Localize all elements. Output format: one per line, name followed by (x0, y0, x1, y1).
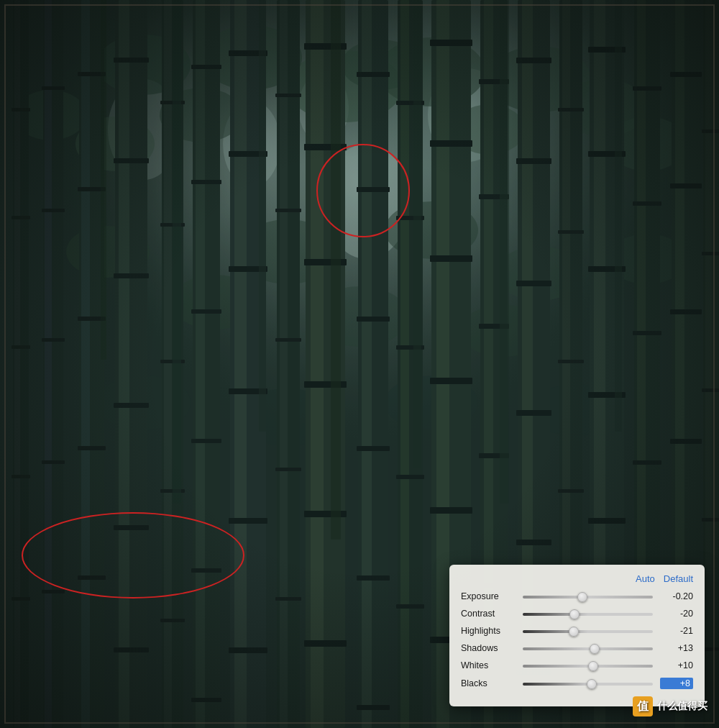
slider-label-exposure: Exposure (461, 591, 518, 601)
watermark-logo: 值 (633, 696, 653, 716)
main-container: Auto Default Exposure-0.20Contrast-20Hig… (0, 0, 719, 728)
slider-track-shadows (523, 647, 653, 650)
slider-thumb-whites[interactable] (588, 661, 598, 671)
slider-row-highlights: Highlights-21 (461, 626, 693, 636)
slider-label-whites: Whites (461, 660, 518, 670)
slider-value-blacks[interactable]: +8 (660, 678, 693, 689)
sliders-container: Exposure-0.20Contrast-20Highlights-21Sha… (461, 591, 693, 696)
slider-track-container-contrast[interactable] (523, 611, 653, 616)
slider-value-shadows: +13 (660, 643, 693, 653)
slider-track-contrast (523, 613, 653, 616)
slider-row-exposure: Exposure-0.20 (461, 591, 693, 601)
slider-track-container-exposure[interactable] (523, 594, 653, 599)
watermark: 值 什么值得买 (633, 696, 707, 716)
slider-value-exposure: -0.20 (660, 591, 693, 601)
slider-track-blacks (523, 683, 653, 686)
slider-value-contrast: -20 (660, 609, 693, 619)
slider-value-highlights: -21 (660, 626, 693, 636)
panel-header: Auto Default (461, 573, 693, 584)
slider-row-whites: Whites+10 (461, 660, 693, 670)
auto-button[interactable]: Auto (636, 573, 655, 584)
slider-row-shadows: Shadows+13 (461, 643, 693, 653)
slider-thumb-blacks[interactable] (587, 679, 597, 689)
slider-track-container-highlights[interactable] (523, 629, 653, 633)
watermark-text: 什么值得买 (657, 700, 707, 713)
slider-thumb-exposure[interactable] (577, 592, 587, 602)
slider-thumb-highlights[interactable] (569, 627, 579, 637)
slider-label-contrast: Contrast (461, 609, 518, 619)
slider-thumb-contrast[interactable] (569, 609, 580, 619)
slider-label-blacks: Blacks (461, 678, 518, 688)
slider-track-container-blacks[interactable] (523, 681, 653, 686)
slider-value-whites: +10 (660, 660, 693, 670)
slider-label-highlights: Highlights (461, 626, 518, 636)
slider-row-blacks: Blacks+8 (461, 678, 693, 689)
slider-row-contrast: Contrast-20 (461, 609, 693, 619)
slider-track-container-shadows[interactable] (523, 646, 653, 650)
slider-thumb-shadows[interactable] (590, 644, 600, 654)
slider-label-shadows: Shadows (461, 643, 518, 653)
slider-track-container-whites[interactable] (523, 663, 653, 668)
slider-track-highlights (523, 630, 653, 633)
default-button[interactable]: Default (664, 573, 693, 584)
slider-track-whites (523, 665, 653, 668)
adjustments-panel: Auto Default Exposure-0.20Contrast-20Hig… (449, 565, 705, 706)
slider-track-exposure (523, 596, 653, 599)
